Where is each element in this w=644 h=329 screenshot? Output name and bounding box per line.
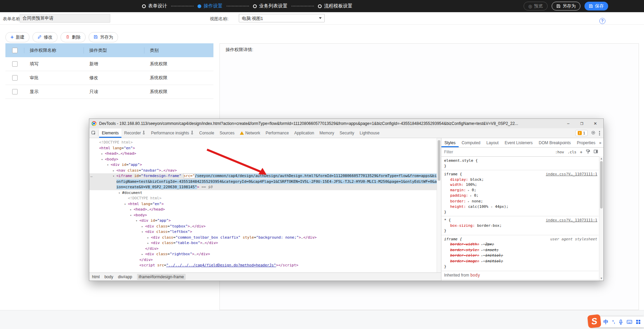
expand-arrow-icon[interactable]: ▸ bbox=[141, 224, 145, 229]
devtools-titlebar[interactable]: DevTools - 192.168.80.113/seeyon/common/… bbox=[89, 119, 603, 129]
expand-arrow-icon[interactable]: ▸ bbox=[141, 251, 145, 257]
tree-line[interactable]: ▸<div class="topbox">…</div> bbox=[89, 224, 441, 229]
expand-arrow-icon[interactable]: ▸ bbox=[466, 189, 469, 192]
style-rule[interactable]: index.css?V…_11073111:1body {font-family… bbox=[441, 280, 599, 281]
expand-arrow-icon[interactable]: ▾ bbox=[141, 229, 145, 235]
style-property[interactable]: margin: ▸ 0; bbox=[444, 188, 597, 193]
save-as-button[interactable]: 另存为 bbox=[552, 2, 580, 10]
expand-arrow-icon[interactable]: ▾ bbox=[136, 218, 139, 224]
scrollbar-thumb[interactable] bbox=[438, 140, 440, 181]
table-row[interactable]: 显示只读系统权限 bbox=[5, 85, 213, 99]
table-row[interactable]: 填写新增系统权限 bbox=[5, 57, 213, 71]
more-actions-icon[interactable]: … bbox=[90, 173, 93, 179]
tree-line[interactable]: </div> bbox=[89, 246, 441, 252]
expand-arrow-icon[interactable]: ▸ bbox=[147, 240, 151, 246]
tree-line[interactable]: ▾<div id="app"> bbox=[89, 162, 441, 168]
tree-line[interactable]: ▾#document bbox=[89, 190, 441, 196]
style-property[interactable]: border-style: ▸ inset; bbox=[444, 247, 597, 253]
tree-line[interactable]: <!DOCTYPE html> bbox=[89, 140, 441, 146]
breadcrumb-item[interactable]: body bbox=[105, 275, 113, 279]
class-toggle-button[interactable]: .cls bbox=[568, 150, 577, 154]
breadcrumb-item[interactable]: div#app bbox=[118, 275, 132, 279]
breadcrumb-item[interactable]: html bbox=[92, 275, 100, 279]
tree-line[interactable]: ▾<div class="leftbox"> bbox=[89, 229, 441, 235]
maximize-icon[interactable]: ❐ bbox=[575, 122, 589, 126]
devtools-tab-network[interactable]: Network bbox=[237, 129, 263, 138]
hover-state-button[interactable]: :hov bbox=[555, 150, 564, 154]
styles-filter-input[interactable]: Filter bbox=[444, 150, 453, 154]
issues-badge[interactable]: ! 1 bbox=[575, 130, 588, 136]
tree-line[interactable]: onfigName=test&bizConfigId=-435518484235… bbox=[89, 179, 441, 185]
styles-tab-properties[interactable]: Properties bbox=[574, 138, 599, 147]
tree-line[interactable]: ▸<head>…</head> bbox=[89, 151, 441, 157]
expand-arrow-icon[interactable]: ▾ bbox=[124, 201, 128, 207]
expand-arrow-icon[interactable]: ▸ bbox=[466, 200, 469, 203]
gear-icon[interactable] bbox=[591, 130, 596, 136]
delete-button[interactable]: 删除 bbox=[61, 32, 86, 42]
style-property[interactable]: border-image: ▸ initial; bbox=[444, 259, 597, 264]
grid-menu-icon[interactable] bbox=[636, 320, 641, 324]
tree-line[interactable]: <script src="../../../../cap4/fieldDesig… bbox=[89, 263, 441, 268]
tree-line[interactable]: ▸<head>…</head> bbox=[89, 207, 441, 213]
expand-arrow-icon[interactable]: ▾ bbox=[118, 190, 122, 196]
tree-line[interactable]: …▾<iframe id="formdesign-frame" src="/se… bbox=[89, 173, 441, 179]
expand-arrow-icon[interactable]: ▸ bbox=[479, 248, 483, 252]
close-icon[interactable]: ✕ bbox=[589, 121, 602, 126]
table-row[interactable]: 审批修改系统权限 bbox=[5, 71, 213, 85]
row-checkbox[interactable] bbox=[12, 89, 18, 94]
row-checkbox[interactable] bbox=[12, 75, 18, 81]
minimize-icon[interactable]: – bbox=[561, 121, 575, 126]
style-property[interactable]: border: ▸ none; bbox=[444, 199, 597, 204]
styles-tab-event-listeners[interactable]: Event Listeners bbox=[502, 138, 536, 147]
style-property[interactable]: box-sizing: border-box; bbox=[444, 223, 597, 228]
tree-line[interactable]: </div> bbox=[89, 257, 441, 263]
new-button[interactable]: + 新建 bbox=[5, 32, 29, 42]
step-2[interactable]: 操作设置 bbox=[198, 3, 223, 9]
expand-arrow-icon[interactable]: ▸ bbox=[130, 207, 134, 213]
save-button[interactable]: 保存 bbox=[584, 2, 608, 10]
microphone-icon[interactable] bbox=[619, 320, 623, 325]
style-property[interactable]: width: 100%; bbox=[444, 182, 597, 188]
expand-arrow-icon[interactable]: ▸ bbox=[147, 235, 151, 241]
devtools-tab-recorder[interactable]: Recorder bbox=[121, 129, 148, 138]
styles-scrollbar[interactable]: ▲▼ bbox=[599, 156, 603, 281]
style-rule[interactable]: index.css?V…_11073111:1iframe {display: … bbox=[441, 170, 599, 216]
tree-line[interactable]: ▾<html lang="en"> bbox=[89, 201, 441, 207]
expand-arrow-icon[interactable]: ▸ bbox=[479, 254, 483, 257]
style-rule[interactable]: user agent stylesheetiframe {border-widt… bbox=[441, 235, 599, 271]
tree-line[interactable]: ▸<div class="table-box">…</div> bbox=[89, 240, 441, 246]
tree-line[interactable]: ▸<div class="rightbox">…</div> bbox=[89, 251, 441, 257]
form-name-input[interactable]: 合同类预算申请 bbox=[20, 14, 110, 23]
step-3[interactable]: 业务列表设置 bbox=[253, 3, 288, 9]
style-rule[interactable]: element.style {} bbox=[441, 157, 599, 170]
tree-line[interactable]: ▾<div id="app"> bbox=[89, 218, 441, 224]
expand-arrow-icon[interactable]: ▾ bbox=[101, 157, 105, 162]
save-as-permission-button[interactable]: 另存为 bbox=[89, 32, 118, 42]
ime-punctuation-toggle[interactable]: °, bbox=[612, 320, 615, 324]
inspect-element-icon[interactable] bbox=[89, 130, 98, 136]
ime-language-toggle[interactable]: 中 bbox=[603, 319, 608, 325]
expand-arrow-icon[interactable]: ▾ bbox=[113, 173, 116, 179]
tree-line[interactable]: ▾<body> bbox=[89, 157, 441, 162]
devtools-tab-elements[interactable]: Elements bbox=[99, 129, 121, 138]
rule-source-link[interactable]: index.css?V…_11073111:1 bbox=[546, 172, 597, 177]
tree-line[interactable]: ion=create&V=V8_0SP2_220630_1108145"> ==… bbox=[89, 184, 441, 190]
style-property[interactable]: display: block; bbox=[444, 177, 597, 182]
modify-button[interactable]: 修改 bbox=[32, 32, 58, 42]
styles-tab-dom-breakpoints[interactable]: DOM Breakpoints bbox=[536, 138, 574, 147]
keyboard-icon[interactable] bbox=[627, 320, 632, 324]
devtools-tab-security[interactable]: Security bbox=[337, 129, 357, 138]
row-checkbox[interactable] bbox=[12, 61, 18, 67]
style-rule[interactable]: index.css?V…_11073111:1* {box-sizing: bo… bbox=[441, 216, 599, 235]
step-1[interactable]: 表单设计 bbox=[142, 3, 167, 9]
preview-button[interactable]: ◎ 预览 bbox=[524, 2, 548, 10]
expand-arrow-icon[interactable]: ▾ bbox=[130, 213, 134, 218]
style-property[interactable]: border-color: ▸ initial; bbox=[444, 253, 597, 259]
style-property[interactable]: height: calc(100% - 44px); bbox=[444, 204, 597, 210]
select-all-checkbox[interactable] bbox=[12, 48, 18, 53]
devtools-tab-lighthouse[interactable]: Lighthouse bbox=[357, 129, 382, 138]
sogou-logo[interactable]: S bbox=[587, 314, 601, 328]
devtools-tab-memory[interactable]: Memory bbox=[317, 129, 337, 138]
new-style-rule-button[interactable]: + bbox=[580, 150, 582, 155]
style-property[interactable]: padding: ▸ 0; bbox=[444, 193, 597, 199]
